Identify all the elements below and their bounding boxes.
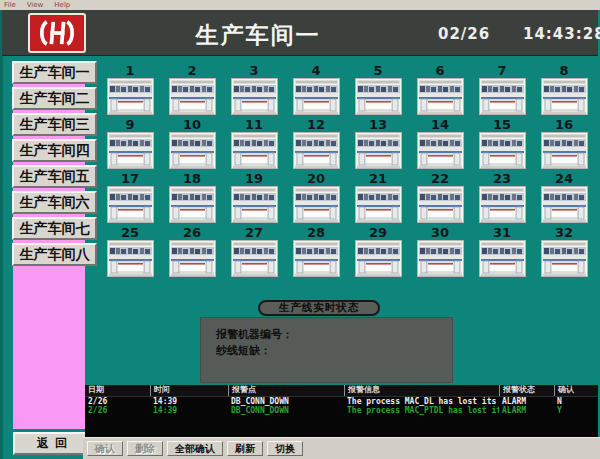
machine-6[interactable]: 6 xyxy=(409,64,471,118)
machine-13[interactable]: 13 xyxy=(347,118,409,172)
machine-number: 31 xyxy=(471,226,533,239)
sidebar-item-workshop-3[interactable]: 生产车间三 xyxy=(12,113,97,136)
machine-8[interactable]: 8 xyxy=(533,64,595,118)
machine-16[interactable]: 16 xyxy=(533,118,595,172)
ack-all-button[interactable]: 全部确认 xyxy=(167,441,223,456)
knitting-machine-icon xyxy=(107,132,154,169)
knitting-machine-icon xyxy=(107,186,154,223)
knitting-machine-icon xyxy=(293,240,340,277)
machine-number: 12 xyxy=(285,118,347,131)
machine-number: 24 xyxy=(533,172,595,185)
machine-24[interactable]: 24 xyxy=(533,172,595,226)
alarm-cell-ack: N xyxy=(554,397,598,406)
machine-2[interactable]: 2 xyxy=(161,64,223,118)
machine-32[interactable]: 32 xyxy=(533,226,595,280)
knitting-machine-icon xyxy=(169,186,216,223)
sidebar-item-workshop-1[interactable]: 生产车间一 xyxy=(12,61,97,84)
machine-19[interactable]: 19 xyxy=(223,172,285,226)
machine-15[interactable]: 15 xyxy=(471,118,533,172)
yarn-shortage-label: 纱线短缺： xyxy=(216,343,452,359)
knitting-machine-icon xyxy=(541,78,588,115)
alarm-status-panel: 报警机器编号： 纱线短缺： xyxy=(200,317,453,383)
machine-number: 27 xyxy=(223,226,285,239)
sidebar-item-workshop-8[interactable]: 生产车间八 xyxy=(12,243,97,266)
machine-4[interactable]: 4 xyxy=(285,64,347,118)
machine-number: 30 xyxy=(409,226,471,239)
machine-5[interactable]: 5 xyxy=(347,64,409,118)
machine-10[interactable]: 10 xyxy=(161,118,223,172)
machine-number: 29 xyxy=(347,226,409,239)
knitting-machine-icon xyxy=(293,132,340,169)
alarm-cell-date: 2/26 xyxy=(85,397,150,406)
menu-item-file[interactable]: File xyxy=(4,0,16,10)
alarm-row[interactable]: 2/2614:39DB_CONN_DOWNThe process MAC_DL … xyxy=(85,397,598,406)
menu-item-view[interactable]: View xyxy=(27,0,44,10)
machine-3[interactable]: 3 xyxy=(223,64,285,118)
machine-26[interactable]: 26 xyxy=(161,226,223,280)
knitting-machine-icon xyxy=(355,78,402,115)
knitting-machine-icon xyxy=(417,78,464,115)
sidebar-item-workshop-6[interactable]: 生产车间六 xyxy=(12,191,97,214)
knitting-machine-icon xyxy=(417,132,464,169)
machine-18[interactable]: 18 xyxy=(161,172,223,226)
machine-22[interactable]: 22 xyxy=(409,172,471,226)
machine-number: 32 xyxy=(533,226,595,239)
knitting-machine-icon xyxy=(541,186,588,223)
alarm-cell-time: 14:39 xyxy=(150,406,228,415)
alarm-cell-point: DB_CONN_DOWN xyxy=(228,397,344,406)
machine-number: 13 xyxy=(347,118,409,131)
brand-h-logo-glyph xyxy=(37,19,77,47)
machine-7[interactable]: 7 xyxy=(471,64,533,118)
machine-number: 5 xyxy=(347,64,409,77)
knitting-machine-icon xyxy=(479,132,526,169)
menu-item-help[interactable]: Help xyxy=(54,0,70,10)
machine-23[interactable]: 23 xyxy=(471,172,533,226)
machine-number: 20 xyxy=(285,172,347,185)
knitting-machine-icon xyxy=(107,240,154,277)
sidebar-item-workshop-7[interactable]: 生产车间七 xyxy=(12,217,97,240)
refresh-button[interactable]: 刷新 xyxy=(227,441,263,456)
ack-button[interactable]: 确认 xyxy=(87,441,123,456)
machine-25[interactable]: 25 xyxy=(99,226,161,280)
machine-21[interactable]: 21 xyxy=(347,172,409,226)
machine-28[interactable]: 28 xyxy=(285,226,347,280)
machine-31[interactable]: 31 xyxy=(471,226,533,280)
brand-h-logo-icon xyxy=(28,13,86,53)
machine-number: 17 xyxy=(99,172,161,185)
knitting-machine-icon xyxy=(417,240,464,277)
machine-number: 6 xyxy=(409,64,471,77)
alarm-table-body: 2/2614:39DB_CONN_DOWNThe process MAC_DL … xyxy=(85,397,598,415)
machine-9[interactable]: 9 xyxy=(99,118,161,172)
machine-number: 7 xyxy=(471,64,533,77)
knitting-machine-icon xyxy=(231,186,278,223)
machine-1[interactable]: 1 xyxy=(99,64,161,118)
delete-button[interactable]: 删除 xyxy=(127,441,163,456)
switch-button[interactable]: 切换 xyxy=(267,441,303,456)
alarm-cell-ack: Y xyxy=(554,406,598,415)
knitting-machine-icon xyxy=(355,240,402,277)
machine-29[interactable]: 29 xyxy=(347,226,409,280)
knitting-machine-icon xyxy=(541,132,588,169)
machine-27[interactable]: 27 xyxy=(223,226,285,280)
line-status-title: 生产线实时状态 xyxy=(258,300,380,316)
machine-20[interactable]: 20 xyxy=(285,172,347,226)
alarm-column-header: 报警信息 xyxy=(344,385,499,396)
alarm-cell-time: 14:39 xyxy=(150,397,228,406)
machine-12[interactable]: 12 xyxy=(285,118,347,172)
header-bar: 生产车间一 02/26 14:43:28 xyxy=(2,10,598,56)
sidebar-item-workshop-4[interactable]: 生产车间四 xyxy=(12,139,97,162)
alarm-table-header: 日期时间报警点报警信息报警状态确认 xyxy=(85,385,598,397)
machine-17[interactable]: 17 xyxy=(99,172,161,226)
knitting-machine-icon xyxy=(417,186,464,223)
knitting-machine-icon xyxy=(355,132,402,169)
window-left-edge xyxy=(0,10,3,459)
knitting-machine-icon xyxy=(293,186,340,223)
machine-number: 16 xyxy=(533,118,595,131)
machine-14[interactable]: 14 xyxy=(409,118,471,172)
machine-number: 25 xyxy=(99,226,161,239)
sidebar-item-workshop-5[interactable]: 生产车间五 xyxy=(12,165,97,188)
sidebar-item-workshop-2[interactable]: 生产车间二 xyxy=(12,87,97,110)
machine-11[interactable]: 11 xyxy=(223,118,285,172)
machine-30[interactable]: 30 xyxy=(409,226,471,280)
alarm-row[interactable]: 2/2614:39DB_CONN_DOWNThe process MAC_PTD… xyxy=(85,406,598,415)
